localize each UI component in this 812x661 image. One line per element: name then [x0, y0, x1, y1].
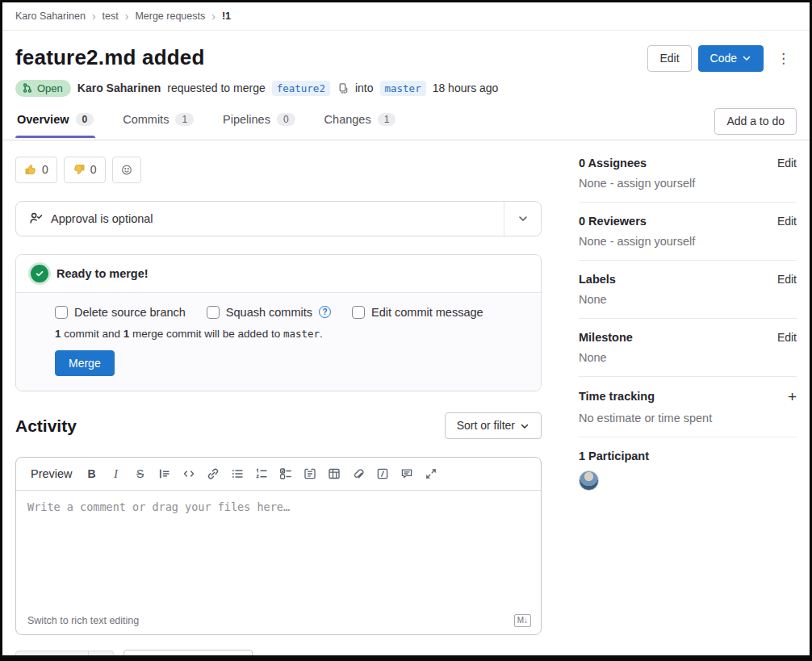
- checkbox-input[interactable]: [352, 306, 365, 319]
- approval-user-check-icon: [29, 211, 43, 225]
- reviewers-edit-button[interactable]: Edit: [777, 215, 797, 228]
- quote-icon[interactable]: [153, 463, 176, 484]
- numbered-list-icon[interactable]: [250, 463, 273, 484]
- chevron-down-icon: [520, 421, 529, 431]
- summary-text: .: [320, 328, 323, 340]
- milestone-edit-button[interactable]: Edit: [777, 331, 797, 344]
- labels-edit-button[interactable]: Edit: [777, 273, 797, 286]
- approval-text: Approval is optional: [51, 212, 153, 225]
- edit-button[interactable]: Edit: [647, 45, 691, 72]
- help-question-icon[interactable]: ?: [319, 306, 331, 318]
- squash-commits-checkbox[interactable]: Squash commits ?: [207, 306, 331, 319]
- breadcrumb-project[interactable]: test: [103, 10, 119, 22]
- award-emoji-row: 0 0: [15, 157, 542, 183]
- copy-branch-icon[interactable]: [337, 82, 349, 94]
- source-branch-label[interactable]: feature2: [272, 81, 330, 96]
- checkbox-label: Delete source branch: [74, 306, 186, 319]
- merge-status-row: Ready to merge!: [16, 255, 541, 292]
- collapsible-section-icon[interactable]: [299, 463, 321, 484]
- assignees-title: 0 Assignees: [579, 157, 647, 169]
- bullet-list-icon[interactable]: [226, 463, 249, 484]
- participants-title: 1 Participant: [579, 450, 649, 462]
- gitlab-merge-request-page: Karo Saharinen › test › Merge requests ›…: [0, 0, 812, 661]
- breadcrumb-group[interactable]: Karo Saharinen: [15, 10, 86, 22]
- participant-avatar[interactable]: [579, 471, 599, 491]
- breadcrumb-merge-requests[interactable]: Merge requests: [135, 10, 205, 22]
- table-icon[interactable]: [323, 463, 345, 484]
- thumbs-up-count: 0: [42, 163, 48, 176]
- merge-options: Delete source branch Squash commits ? Ed…: [16, 292, 541, 391]
- switch-rich-text-link[interactable]: Switch to rich text editing: [27, 615, 139, 626]
- tab-label: Pipelines: [223, 113, 270, 126]
- code-block-icon[interactable]: [178, 463, 200, 484]
- thumbs-up-button[interactable]: 0: [15, 157, 57, 183]
- add-time-entry-icon[interactable]: +: [788, 389, 797, 404]
- comment-options-button[interactable]: [88, 651, 113, 661]
- target-branch-code: master: [283, 328, 320, 340]
- sidebar-section-reviewers: 0 Reviewers Edit None - assign yourself: [579, 215, 797, 261]
- approval-expand-button[interactable]: [504, 202, 541, 236]
- approval-summary: Approval is optional: [16, 202, 504, 236]
- bold-icon[interactable]: B: [81, 463, 103, 484]
- full-screen-icon[interactable]: [420, 463, 442, 484]
- comment-editor: Preview B I S: [15, 457, 542, 635]
- italic-icon[interactable]: I: [105, 463, 128, 484]
- mr-author[interactable]: Karo Saharinen: [77, 82, 161, 94]
- reviewers-value[interactable]: None - assign yourself: [579, 235, 797, 248]
- thumbs-down-button[interactable]: 0: [64, 157, 106, 183]
- milestone-value: None: [579, 351, 797, 364]
- thumbs-down-icon: [73, 163, 86, 176]
- checkbox-input[interactable]: [55, 306, 68, 319]
- attach-file-icon[interactable]: [347, 463, 370, 484]
- summary-text: merge commit will be added to: [129, 328, 283, 340]
- success-check-icon: [31, 265, 48, 282]
- time-tracking-title: Time tracking: [579, 390, 655, 403]
- delete-source-branch-checkbox[interactable]: Delete source branch: [55, 306, 186, 319]
- merge-button[interactable]: Merge: [55, 350, 115, 377]
- tab-count-badge: 0: [277, 113, 295, 126]
- preview-button[interactable]: Preview: [24, 463, 79, 484]
- activity-header: Activity Sort or filter: [15, 412, 542, 439]
- comment-button[interactable]: Comment: [16, 651, 88, 661]
- checkbox-label: Squash commits: [226, 306, 312, 319]
- tab-commits[interactable]: Commits 1: [121, 108, 195, 137]
- tab-count-badge: 0: [76, 113, 94, 126]
- tab-overview[interactable]: Overview 0: [15, 108, 95, 137]
- edit-commit-message-checkbox[interactable]: Edit commit message: [352, 306, 483, 319]
- more-actions-icon[interactable]: ⋮: [770, 47, 797, 70]
- add-reaction-button[interactable]: [112, 157, 141, 183]
- task-list-icon[interactable]: [274, 463, 297, 484]
- editor-footer: Switch to rich text editing M↓: [16, 609, 541, 634]
- comment-textarea[interactable]: [16, 491, 541, 609]
- mr-status-row: Open Karo Saharinen requested to merge f…: [2, 72, 810, 97]
- tab-changes[interactable]: Changes 1: [323, 108, 398, 137]
- content: 0 0 Approval is optional: [2, 140, 810, 661]
- reviewers-title: 0 Reviewers: [579, 215, 647, 228]
- assignees-edit-button[interactable]: Edit: [777, 157, 797, 169]
- tab-pipelines[interactable]: Pipelines 0: [221, 108, 297, 137]
- sort-or-filter-button[interactable]: Sort or filter: [445, 412, 542, 439]
- chevron-separator-icon: ›: [92, 10, 96, 22]
- mr-created-time: 18 hours ago: [433, 82, 499, 94]
- tab-label: Overview: [17, 113, 69, 126]
- chevron-down-icon: [96, 659, 106, 661]
- add-todo-button[interactable]: Add a to do: [714, 108, 797, 135]
- sidebar-section-time-tracking: Time tracking + No estimate or time spen…: [579, 389, 797, 437]
- approval-widget: Approval is optional: [15, 201, 542, 236]
- close-merge-request-button[interactable]: Close merge request: [123, 650, 253, 661]
- code-button[interactable]: Code: [698, 45, 764, 72]
- target-branch-label[interactable]: master: [380, 81, 426, 96]
- merge-checkbox-row: Delete source branch Squash commits ? Ed…: [55, 306, 528, 319]
- link-icon[interactable]: [202, 463, 224, 484]
- tab-count-badge: 1: [378, 113, 396, 126]
- quick-action-icon[interactable]: [371, 463, 394, 484]
- sidebar-section-assignees: 0 Assignees Edit None - assign yourself: [579, 157, 797, 203]
- assignees-value[interactable]: None - assign yourself: [579, 177, 797, 190]
- strikethrough-icon[interactable]: S: [129, 463, 152, 484]
- saved-reply-icon[interactable]: [396, 463, 418, 484]
- ready-to-merge-text: Ready to merge!: [57, 267, 149, 280]
- mr-header: feature2.md added Edit Code ⋮: [2, 31, 810, 72]
- markdown-icon[interactable]: M↓: [514, 614, 531, 627]
- checkbox-input[interactable]: [207, 306, 220, 319]
- comment-split-button: Comment: [15, 651, 114, 661]
